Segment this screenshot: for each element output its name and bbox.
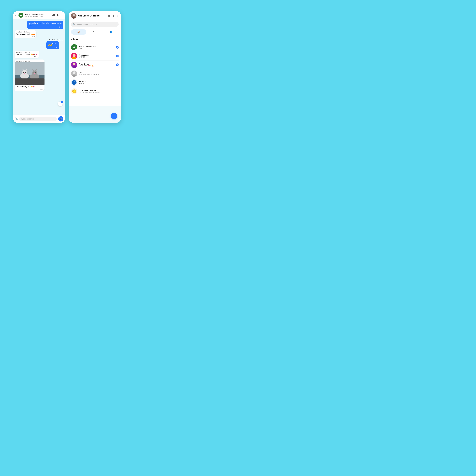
list-info: Conspiracy Theories The internet is fini… (79, 89, 119, 93)
avatar: A (18, 13, 23, 17)
message-preview: The internet is finished and dead (79, 91, 119, 93)
contact-name: Tyson Wood (79, 54, 114, 56)
svg-point-21 (73, 54, 75, 57)
right-chat-header: Alaa Eddine Boubekeur 🗑 ⬇ ➔ (69, 11, 121, 20)
svg-point-6 (23, 72, 24, 73)
avatar: English Stars (71, 79, 77, 85)
svg-point-27 (73, 71, 75, 74)
header-icons: 🎥 📞 ⋮ (52, 14, 63, 17)
contacts-icon: 👥 (109, 31, 113, 34)
message-sent-group: Alaa Eddine Boubekeur cool see ya 🤩😍 02:… (46, 39, 63, 49)
message-time: 02:47 (15, 88, 45, 91)
list-item[interactable]: A Alaa Eddine Boubekeur yuiyiu 3 (71, 43, 119, 52)
right-phone: Alaa Eddine Boubekeur 🗑 ⬇ ➔ 🔍 Search for… (69, 11, 121, 123)
message-sent: wanna hang out at my place tommorrow at … (27, 21, 63, 29)
svg-point-18 (73, 14, 75, 16)
chat-input-bar: 📎 Type a message 🎤 (13, 115, 65, 123)
header-info: Alaa Eddine Boubekeur Seen at Sat, 22 Ju… (25, 13, 51, 17)
message-input[interactable]: Type a message (19, 117, 57, 121)
mic-icon: 🎤 (59, 118, 62, 120)
tab-chats[interactable]: 💬 (87, 29, 102, 35)
new-chat-button[interactable]: + (111, 113, 117, 119)
avatar: A (71, 44, 77, 50)
attach-icon[interactable]: 📎 (15, 117, 18, 120)
contact-name: Alexa Smith (79, 63, 114, 65)
search-placeholder: Search for users or rooms (77, 23, 97, 25)
sender-name: Alaa Eddine Boubekeur (16, 31, 35, 33)
svg-point-7 (25, 72, 26, 73)
svg-point-15 (34, 73, 35, 74)
more-options-icon[interactable]: ⋮ (61, 14, 63, 17)
message-preview: yuiyiu (79, 47, 114, 49)
list-info: Alexa Smith see you soon 💗✨💥 (79, 63, 114, 67)
list-info: Alaa Eddine Boubekeur yuiyiu (79, 45, 114, 49)
chats-section: Chats A Alaa Eddine Boubekeur yuiyiu 3 (69, 36, 121, 106)
svg-point-14 (35, 72, 36, 73)
image-caption: They're waiting fo... 💝💗 (15, 85, 45, 88)
download-icon[interactable]: ⬇ (112, 14, 115, 17)
sender-name: Alaa Eddine Boubekeur (16, 51, 37, 53)
list-item[interactable]: Tyson Wood 🎤 00:06 5 (71, 52, 119, 61)
left-phone: ← A Alaa Eddine Boubekeur Seen at Sat, 2… (13, 11, 65, 123)
message-preview: 📷 Photo (79, 83, 119, 84)
chats-wrapper: Chats A Alaa Eddine Boubekeur yuiyiu 3 (69, 36, 121, 123)
nav-tabs: 🏠 💬 👥 (69, 29, 121, 36)
contact-name: Ömer (79, 72, 119, 74)
sender-label: Alaa Eddine Boubekeur (46, 39, 63, 41)
logout-icon[interactable]: ➔ (117, 14, 119, 17)
list-item[interactable]: Ömer Usually you won't be able to clo... (71, 69, 119, 78)
message-preview: Usually you won't be able to clo... (79, 74, 119, 75)
search-icon: 🔍 (73, 23, 75, 26)
list-item[interactable]: 😕 Conspiracy Theories The internet is fi… (71, 87, 119, 96)
message-time: 02:46 (48, 47, 57, 48)
unread-badge: 3 (116, 46, 119, 49)
right-header-name: Alaa Eddine Boubekeur (78, 15, 106, 17)
back-button[interactable]: ← (15, 14, 17, 17)
message-text: cool see ya 🤩😍 (48, 42, 57, 46)
svg-point-8 (24, 73, 25, 74)
phone-call-icon[interactable]: 📞 (57, 14, 59, 17)
message-time: 02:46 (29, 26, 62, 28)
search-bar[interactable]: 🔍 Search for users or rooms (71, 22, 119, 27)
message-received: Alaa Eddine Boubekeur See ya good night … (15, 51, 39, 58)
list-item[interactable]: English Stars ES zoom 📷 Photo (71, 78, 119, 87)
svg-text:Stars: Stars (73, 83, 75, 84)
chat-messages: wanna hang out at my place tommorrow at … (13, 19, 65, 115)
message-text: See ya good night 🥴🥰 💗 (16, 53, 37, 55)
message-preview: see you soon 💗✨💥 (79, 65, 114, 67)
svg-rect-1 (15, 62, 45, 75)
image-placeholder (15, 62, 45, 85)
input-placeholder: Type a message (21, 118, 34, 120)
chats-title: Chats (71, 38, 119, 41)
svg-point-3 (22, 70, 27, 75)
online-indicator (75, 49, 77, 50)
message-image: Alaa Eddine Boubekeur (15, 60, 45, 91)
scroll-down-button[interactable]: 3 ↓ (58, 102, 63, 106)
svg-point-10 (32, 70, 37, 75)
tab-home[interactable]: 🏠 (71, 29, 86, 35)
right-header-icons: 🗑 ⬇ ➔ (108, 14, 119, 17)
list-item[interactable]: Alexa Smith see you soon 💗✨💥 3 (71, 61, 119, 69)
tab-contacts[interactable]: 👥 (103, 29, 119, 35)
plus-icon: + (113, 114, 115, 118)
video-call-icon[interactable]: 🎥 (52, 14, 55, 17)
search-bar-container: 🔍 Search for users or rooms (69, 20, 121, 29)
sender-name: Alaa Eddine Boubekeur (15, 60, 45, 62)
contact-name: ES zoom (79, 81, 119, 83)
message-time: 02:46 (16, 35, 35, 37)
chat-header: ← A Alaa Eddine Boubekeur Seen at Sat, 2… (13, 11, 65, 19)
contact-status: Seen at Sat, 22 Jun 2024 00:... (25, 15, 51, 17)
chats-icon: 💬 (93, 31, 96, 34)
contact-name: Conspiracy Theories (79, 89, 119, 91)
unread-badge: 5 (116, 55, 119, 57)
unread-badge: 3 (116, 64, 119, 66)
message-text: Yes I'm down for it 🔥🔥 (16, 33, 35, 35)
delete-icon[interactable]: 🗑 (108, 14, 110, 17)
message-sent: cool see ya 🤩😍 02:46 (46, 41, 59, 49)
message-received: Alaa Eddine Boubekeur Yes I'm down for i… (15, 30, 36, 38)
contact-name: Alaa Eddine Boubekeur (79, 45, 114, 47)
message-preview: 🎤 00:06 (79, 56, 114, 58)
mic-button[interactable]: 🎤 (58, 116, 63, 121)
avatar (71, 53, 77, 59)
profile-avatar (71, 13, 76, 18)
